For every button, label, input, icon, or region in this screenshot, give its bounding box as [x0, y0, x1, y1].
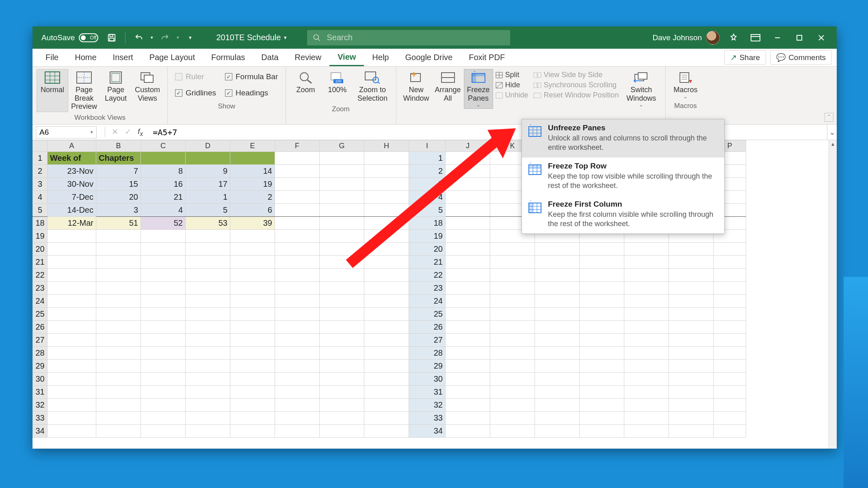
arrange-all-button[interactable]: Arrange All [432, 69, 464, 109]
cell[interactable] [141, 152, 186, 165]
cell[interactable] [320, 269, 364, 282]
expand-formula-bar-icon[interactable]: ⌄ [827, 125, 837, 140]
redo-dropdown-icon[interactable]: ▾ [177, 35, 179, 40]
cell[interactable] [364, 152, 409, 165]
cell[interactable] [230, 230, 275, 243]
cell[interactable]: 33 [409, 412, 446, 425]
minimize-button[interactable] [769, 30, 786, 46]
cell[interactable] [714, 243, 746, 256]
split-button[interactable]: Split [496, 71, 528, 79]
cell[interactable]: 39 [230, 217, 275, 230]
zoom-button[interactable]: Zoom [290, 69, 322, 104]
cell[interactable]: 27 [409, 334, 446, 347]
cell[interactable] [446, 282, 490, 295]
row-header[interactable]: 4 [33, 191, 48, 204]
cell[interactable] [275, 308, 320, 321]
column-header[interactable]: J [446, 140, 490, 152]
account-button[interactable]: Dave Johnson [653, 31, 720, 45]
cell[interactable] [580, 243, 624, 256]
coming-soon-icon[interactable] [725, 30, 742, 46]
cell[interactable] [580, 321, 624, 334]
cell[interactable] [186, 256, 230, 269]
cell[interactable] [96, 360, 141, 373]
column-header[interactable]: A [48, 140, 96, 152]
cell[interactable] [320, 425, 364, 438]
cell[interactable] [580, 256, 624, 269]
cell[interactable] [624, 334, 669, 347]
zoom-100-button[interactable]: 100 100% [322, 69, 353, 104]
cell[interactable] [580, 308, 624, 321]
page-layout-button[interactable]: Page Layout [100, 69, 132, 112]
customize-qat-icon[interactable]: ▾ [189, 35, 192, 41]
cell[interactable] [580, 425, 624, 438]
cell[interactable] [364, 347, 409, 360]
cell[interactable] [96, 282, 141, 295]
cell[interactable] [535, 282, 580, 295]
cell[interactable] [624, 256, 669, 269]
cell[interactable] [446, 360, 490, 373]
cancel-formula-icon[interactable]: ✕ [112, 127, 118, 138]
cell[interactable] [580, 269, 624, 282]
macros-button[interactable]: Macros ⌄ [670, 69, 701, 100]
row-header[interactable]: 31 [33, 386, 48, 399]
fx-icon[interactable]: fx [138, 127, 143, 138]
cell[interactable]: 23-Nov [48, 165, 96, 178]
cell[interactable] [320, 386, 364, 399]
cell[interactable]: 52 [141, 217, 186, 230]
cell[interactable] [364, 334, 409, 347]
cell[interactable] [320, 204, 364, 217]
cell[interactable] [364, 282, 409, 295]
cell[interactable] [364, 256, 409, 269]
maximize-button[interactable] [791, 30, 807, 46]
cell[interactable] [490, 386, 535, 399]
cell[interactable] [446, 256, 490, 269]
name-box[interactable]: A6 ▾ [36, 126, 97, 138]
cell[interactable] [275, 165, 320, 178]
cell[interactable] [535, 295, 580, 308]
row-header[interactable]: 27 [33, 334, 48, 347]
cell[interactable]: 14-Dec [48, 204, 96, 217]
row-header[interactable]: 34 [33, 425, 48, 438]
cell[interactable]: 21 [409, 256, 446, 269]
cell[interactable] [669, 425, 714, 438]
cell[interactable]: Chapters [96, 152, 141, 165]
cell[interactable] [186, 347, 230, 360]
cell[interactable] [714, 373, 746, 386]
cell[interactable] [275, 282, 320, 295]
share-button[interactable]: ↗Share [724, 50, 766, 65]
cell[interactable] [714, 295, 746, 308]
tab-home[interactable]: Home [67, 49, 104, 66]
cell[interactable] [320, 152, 364, 165]
cell[interactable] [96, 373, 141, 386]
cell[interactable] [141, 243, 186, 256]
row-header[interactable]: 23 [33, 282, 48, 295]
save-icon[interactable] [107, 33, 116, 42]
cell[interactable] [446, 347, 490, 360]
cell[interactable] [624, 282, 669, 295]
cell[interactable] [141, 425, 186, 438]
cell[interactable] [624, 425, 669, 438]
freeze-top-row-item[interactable]: * Freeze Top Row Keep the top row visibl… [522, 158, 724, 196]
cell[interactable] [364, 321, 409, 334]
chevron-down-icon[interactable]: ▾ [91, 130, 93, 135]
cell[interactable] [320, 308, 364, 321]
cell[interactable] [96, 321, 141, 334]
row-header[interactable]: 21 [33, 256, 48, 269]
row-header[interactable]: 19 [33, 230, 48, 243]
cell[interactable] [230, 243, 275, 256]
row-header[interactable]: 2 [33, 165, 48, 178]
cell[interactable] [490, 360, 535, 373]
cell[interactable] [490, 399, 535, 412]
cell[interactable] [535, 386, 580, 399]
cell[interactable] [364, 386, 409, 399]
cell[interactable] [535, 256, 580, 269]
cell[interactable] [624, 295, 669, 308]
cell[interactable] [96, 347, 141, 360]
cell[interactable]: 30-Nov [48, 178, 96, 191]
cell[interactable] [320, 347, 364, 360]
cell[interactable] [141, 360, 186, 373]
cell[interactable] [535, 308, 580, 321]
cell[interactable] [669, 282, 714, 295]
cell[interactable] [186, 321, 230, 334]
cell[interactable] [96, 334, 141, 347]
